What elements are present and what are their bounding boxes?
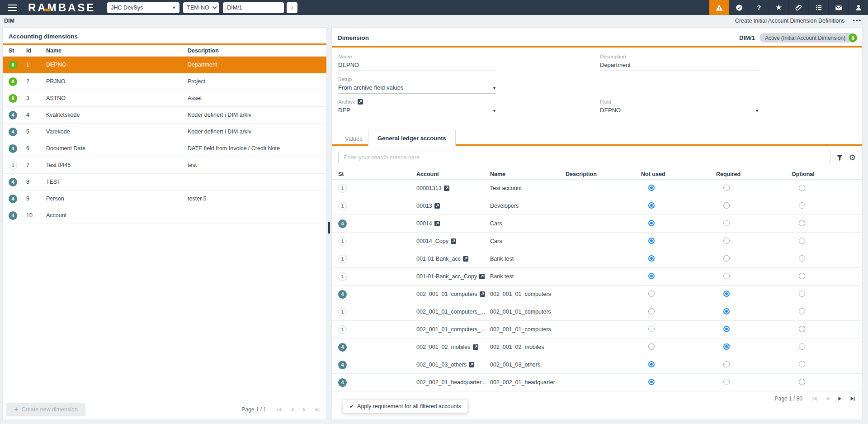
radio-optional[interactable] bbox=[799, 379, 805, 385]
account-row[interactable]: 4002_001_02_mobiles002_001_02_mobiles bbox=[332, 338, 862, 356]
account-number-link[interactable]: 002_001_03_others bbox=[416, 362, 467, 368]
open-record-icon[interactable] bbox=[463, 256, 468, 262]
task-list-icon[interactable] bbox=[808, 0, 828, 15]
settings-gear-icon[interactable] bbox=[849, 154, 856, 162]
dimension-row[interactable]: 49Persontester 5 bbox=[3, 191, 326, 207]
account-number-link[interactable]: 001-01-Bank_acc bbox=[416, 256, 461, 262]
open-record-icon[interactable] bbox=[473, 344, 478, 350]
dimension-row[interactable]: 82PRJNOProject bbox=[3, 73, 326, 90]
account-number-link[interactable]: 002_001_01_computers_... bbox=[416, 309, 485, 315]
radio-optional[interactable] bbox=[799, 202, 805, 209]
setup-select[interactable]: From archive field values bbox=[338, 84, 496, 94]
radio-optional[interactable] bbox=[799, 185, 805, 191]
dimension-row[interactable]: 44KvalitetskodeKoder definert i DIM arki… bbox=[3, 107, 326, 124]
open-record-icon[interactable] bbox=[479, 274, 485, 279]
radio-not-used[interactable] bbox=[648, 255, 655, 262]
first-page-icon[interactable] bbox=[811, 395, 818, 402]
create-new-dimension-button[interactable]: Create new dimension bbox=[6, 403, 85, 416]
user-icon[interactable] bbox=[848, 0, 868, 15]
account-number-link[interactable]: 002_001_01_computers bbox=[416, 291, 477, 297]
radio-required[interactable] bbox=[723, 202, 730, 209]
radio-optional[interactable] bbox=[799, 238, 805, 244]
account-row[interactable]: 4002_001_01_computers002_001_01_computer… bbox=[332, 286, 862, 303]
radio-not-used[interactable] bbox=[648, 202, 655, 209]
radio-optional[interactable] bbox=[799, 361, 805, 367]
radio-required[interactable] bbox=[723, 238, 730, 244]
archive-select[interactable]: DEP bbox=[338, 107, 496, 116]
radio-not-used[interactable] bbox=[648, 308, 655, 314]
open-record-icon[interactable] bbox=[469, 362, 474, 367]
radio-not-used[interactable] bbox=[648, 291, 655, 297]
dimension-row[interactable]: 83ASTNOAsset bbox=[3, 90, 326, 107]
dimension-row[interactable]: 17Test 8445test bbox=[3, 157, 326, 174]
account-row[interactable]: 1001-01-Bank_acc_CopyBank test bbox=[332, 268, 862, 286]
dimension-row[interactable]: 46Document DateDATE field from Invoice /… bbox=[3, 140, 326, 157]
account-number-link[interactable]: 002_001_01_computers_... bbox=[416, 326, 485, 333]
previous-page-icon[interactable] bbox=[289, 406, 295, 413]
radio-not-used[interactable] bbox=[648, 326, 655, 332]
radio-optional[interactable] bbox=[799, 326, 805, 332]
account-row[interactable]: 400014Cars bbox=[332, 215, 862, 233]
radio-optional[interactable] bbox=[799, 291, 805, 297]
hamburger-menu-icon[interactable] bbox=[0, 0, 25, 15]
radio-optional[interactable] bbox=[799, 343, 805, 350]
open-archive-icon[interactable] bbox=[358, 99, 363, 105]
radio-required[interactable] bbox=[723, 379, 730, 385]
radio-not-used[interactable] bbox=[648, 361, 655, 367]
attachment-paperclip-icon[interactable] bbox=[788, 0, 808, 15]
previous-page-icon[interactable] bbox=[824, 395, 830, 402]
open-record-icon[interactable] bbox=[451, 238, 456, 244]
dimension-row[interactable]: 48TEST bbox=[3, 174, 326, 191]
account-number-link[interactable]: 001-01-Bank_acc_Copy bbox=[416, 273, 477, 280]
account-row[interactable]: 4002_002_01_headquarter...002_002_01_hea… bbox=[332, 374, 862, 391]
search-input[interactable] bbox=[338, 151, 830, 164]
radio-required[interactable] bbox=[723, 291, 730, 297]
radio-required[interactable] bbox=[723, 343, 730, 350]
account-number-link[interactable]: 00014_Copy bbox=[416, 238, 448, 244]
panel-splitter[interactable] bbox=[327, 27, 331, 420]
account-row[interactable]: 100001313Test account bbox=[332, 180, 862, 197]
account-row[interactable]: 1002_001_01_computers_...002_001_01_comp… bbox=[332, 321, 862, 338]
radio-optional[interactable] bbox=[799, 273, 805, 279]
next-page-icon[interactable] bbox=[837, 395, 843, 402]
tab-values[interactable]: Values bbox=[336, 131, 372, 146]
filter-funnel-icon[interactable] bbox=[836, 154, 844, 162]
create-initial-definitions-action[interactable]: Create Initial Account Dimension Definit… bbox=[735, 18, 844, 24]
last-page-icon[interactable] bbox=[314, 406, 321, 413]
warning-icon[interactable] bbox=[709, 0, 729, 15]
account-number-link[interactable]: 002_002_01_headquarter... bbox=[416, 379, 486, 386]
dimension-row[interactable]: 45VarekodeKoder definert i DIM arkiv bbox=[3, 124, 326, 140]
account-number-link[interactable]: 00001313 bbox=[416, 185, 442, 191]
apply-requirement-button[interactable]: Apply requirement for all filtered accou… bbox=[343, 399, 468, 413]
radio-not-used[interactable] bbox=[648, 273, 655, 279]
more-options-icon[interactable] bbox=[853, 17, 862, 24]
description-input[interactable]: Department bbox=[600, 62, 759, 71]
help-icon[interactable] bbox=[749, 0, 769, 15]
account-row[interactable]: 1001-01-Bank_accBank test bbox=[332, 250, 862, 268]
radio-required[interactable] bbox=[723, 326, 730, 332]
open-record-icon[interactable] bbox=[434, 221, 440, 226]
radio-not-used[interactable] bbox=[648, 185, 655, 191]
account-number-link[interactable]: 00014 bbox=[416, 220, 432, 227]
radio-optional[interactable] bbox=[799, 308, 805, 314]
next-page-icon[interactable] bbox=[302, 406, 308, 413]
dimension-row[interactable]: 81DEPNODepartment bbox=[3, 57, 326, 73]
radio-required[interactable] bbox=[723, 185, 730, 191]
radio-required[interactable] bbox=[723, 255, 730, 262]
verified-icon[interactable] bbox=[729, 0, 749, 15]
radio-required[interactable] bbox=[723, 273, 730, 279]
back-button[interactable] bbox=[287, 2, 297, 13]
radio-optional[interactable] bbox=[799, 220, 805, 226]
radio-not-used[interactable] bbox=[648, 379, 655, 385]
radio-required[interactable] bbox=[723, 220, 730, 226]
field-select[interactable]: DEPNO bbox=[600, 107, 759, 116]
radio-not-used[interactable] bbox=[648, 220, 655, 226]
account-row[interactable]: 1002_001_01_computers_...002_001_01_comp… bbox=[332, 303, 862, 321]
tab-general-ledger-accounts[interactable]: General ledger accounts bbox=[368, 130, 456, 146]
first-page-icon[interactable] bbox=[276, 406, 283, 413]
program-input[interactable] bbox=[223, 2, 284, 13]
account-row[interactable]: 100014_CopyCars bbox=[332, 233, 862, 250]
radio-optional[interactable] bbox=[799, 255, 805, 262]
system-select[interactable]: JHC DevSys▼ bbox=[107, 2, 179, 13]
radio-required[interactable] bbox=[723, 361, 730, 367]
